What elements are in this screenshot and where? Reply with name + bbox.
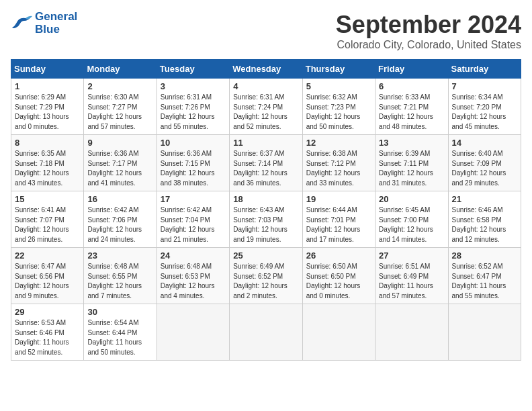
day-info: Sunrise: 6:30 AM Sunset: 7:27 PM Dayligh… (87, 93, 152, 132)
calendar-cell: 24Sunrise: 6:48 AM Sunset: 6:53 PM Dayli… (157, 248, 229, 304)
day-number: 8 (15, 138, 80, 148)
calendar-cell: 14Sunrise: 6:40 AM Sunset: 7:09 PM Dayli… (448, 135, 521, 191)
day-number: 25 (233, 250, 298, 261)
day-info: Sunrise: 6:36 AM Sunset: 7:15 PM Dayligh… (161, 149, 226, 188)
title-section: September 2024 Colorado City, Colorado, … (336, 11, 521, 51)
calendar-cell: 5Sunrise: 6:32 AM Sunset: 7:23 PM Daylig… (302, 79, 375, 135)
day-info: Sunrise: 6:32 AM Sunset: 7:23 PM Dayligh… (306, 93, 371, 132)
day-number: 7 (452, 81, 517, 91)
day-info: Sunrise: 6:47 AM Sunset: 6:56 PM Dayligh… (15, 262, 80, 301)
day-info: Sunrise: 6:29 AM Sunset: 7:29 PM Dayligh… (15, 93, 80, 132)
day-info: Sunrise: 6:49 AM Sunset: 6:52 PM Dayligh… (233, 262, 298, 301)
day-info: Sunrise: 6:48 AM Sunset: 6:55 PM Dayligh… (87, 262, 152, 301)
calendar-cell (448, 304, 521, 361)
calendar-cell: 21Sunrise: 6:46 AM Sunset: 6:58 PM Dayli… (448, 191, 521, 248)
day-info: Sunrise: 6:39 AM Sunset: 7:11 PM Dayligh… (379, 149, 444, 188)
day-info: Sunrise: 6:34 AM Sunset: 7:20 PM Dayligh… (452, 93, 517, 132)
calendar-cell: 19Sunrise: 6:44 AM Sunset: 7:01 PM Dayli… (302, 191, 375, 248)
day-info: Sunrise: 6:50 AM Sunset: 6:50 PM Dayligh… (306, 262, 371, 301)
calendar-cell: 11Sunrise: 6:37 AM Sunset: 7:14 PM Dayli… (230, 135, 302, 191)
calendar-cell: 12Sunrise: 6:38 AM Sunset: 7:12 PM Dayli… (302, 135, 375, 191)
day-info: Sunrise: 6:35 AM Sunset: 7:18 PM Dayligh… (15, 149, 80, 188)
page-header: General Blue September 2024 Colorado Cit… (11, 11, 521, 51)
day-info: Sunrise: 6:36 AM Sunset: 7:17 PM Dayligh… (87, 149, 152, 188)
day-info: Sunrise: 6:44 AM Sunset: 7:01 PM Dayligh… (306, 205, 371, 244)
day-number: 12 (306, 138, 371, 148)
month-title: September 2024 (336, 11, 521, 39)
calendar-cell (230, 304, 302, 361)
calendar-cell: 25Sunrise: 6:49 AM Sunset: 6:52 PM Dayli… (230, 248, 302, 304)
day-number: 22 (15, 250, 80, 261)
day-info: Sunrise: 6:31 AM Sunset: 7:26 PM Dayligh… (161, 93, 226, 132)
calendar-cell: 16Sunrise: 6:42 AM Sunset: 7:06 PM Dayli… (84, 191, 157, 248)
day-number: 15 (15, 194, 80, 204)
calendar-cell: 2Sunrise: 6:30 AM Sunset: 7:27 PM Daylig… (84, 79, 157, 135)
calendar-cell: 8Sunrise: 6:35 AM Sunset: 7:18 PM Daylig… (11, 135, 84, 191)
calendar-week-row: 8Sunrise: 6:35 AM Sunset: 7:18 PM Daylig… (11, 135, 521, 191)
day-number: 6 (379, 81, 444, 91)
calendar-cell: 6Sunrise: 6:33 AM Sunset: 7:21 PM Daylig… (375, 79, 448, 135)
logo-icon (11, 14, 32, 33)
calendar-cell: 10Sunrise: 6:36 AM Sunset: 7:15 PM Dayli… (157, 135, 229, 191)
day-number: 9 (87, 138, 152, 148)
calendar-week-row: 15Sunrise: 6:41 AM Sunset: 7:07 PM Dayli… (11, 191, 521, 248)
logo: General Blue (11, 11, 77, 36)
calendar-cell (157, 304, 229, 361)
location-subtitle: Colorado City, Colorado, United States (336, 39, 521, 51)
calendar-table: SundayMondayTuesdayWednesdayThursdayFrid… (11, 59, 521, 361)
day-info: Sunrise: 6:46 AM Sunset: 6:58 PM Dayligh… (452, 205, 517, 244)
calendar-cell: 26Sunrise: 6:50 AM Sunset: 6:50 PM Dayli… (302, 248, 375, 304)
calendar-week-row: 22Sunrise: 6:47 AM Sunset: 6:56 PM Dayli… (11, 248, 521, 304)
header-friday: Friday (375, 60, 448, 79)
day-number: 23 (87, 250, 152, 261)
header-monday: Monday (84, 60, 157, 79)
header-sunday: Sunday (11, 60, 84, 79)
day-info: Sunrise: 6:51 AM Sunset: 6:49 PM Dayligh… (379, 262, 444, 301)
header-saturday: Saturday (448, 60, 521, 79)
day-info: Sunrise: 6:54 AM Sunset: 6:44 PM Dayligh… (87, 318, 152, 357)
calendar-cell: 20Sunrise: 6:45 AM Sunset: 7:00 PM Dayli… (375, 191, 448, 248)
day-number: 21 (452, 194, 517, 204)
day-number: 1 (15, 81, 80, 91)
day-number: 2 (87, 81, 152, 91)
calendar-cell: 4Sunrise: 6:31 AM Sunset: 7:24 PM Daylig… (230, 79, 302, 135)
day-number: 18 (233, 194, 298, 204)
calendar-cell: 28Sunrise: 6:52 AM Sunset: 6:47 PM Dayli… (448, 248, 521, 304)
calendar-cell: 7Sunrise: 6:34 AM Sunset: 7:20 PM Daylig… (448, 79, 521, 135)
calendar-cell: 9Sunrise: 6:36 AM Sunset: 7:17 PM Daylig… (84, 135, 157, 191)
day-number: 24 (161, 250, 226, 261)
calendar-cell: 1Sunrise: 6:29 AM Sunset: 7:29 PM Daylig… (11, 79, 84, 135)
day-info: Sunrise: 6:45 AM Sunset: 7:00 PM Dayligh… (379, 205, 444, 244)
day-number: 11 (233, 138, 298, 148)
day-number: 10 (161, 138, 226, 148)
day-number: 17 (161, 194, 226, 204)
calendar-cell: 17Sunrise: 6:42 AM Sunset: 7:04 PM Dayli… (157, 191, 229, 248)
day-number: 20 (379, 194, 444, 204)
calendar-cell: 23Sunrise: 6:48 AM Sunset: 6:55 PM Dayli… (84, 248, 157, 304)
calendar-cell: 3Sunrise: 6:31 AM Sunset: 7:26 PM Daylig… (157, 79, 229, 135)
day-number: 30 (87, 307, 152, 317)
calendar-header-row: SundayMondayTuesdayWednesdayThursdayFrid… (11, 60, 521, 79)
day-number: 5 (306, 81, 371, 91)
day-number: 29 (15, 307, 80, 317)
calendar-cell (302, 304, 375, 361)
day-info: Sunrise: 6:40 AM Sunset: 7:09 PM Dayligh… (452, 149, 517, 188)
calendar-cell: 18Sunrise: 6:43 AM Sunset: 7:03 PM Dayli… (230, 191, 302, 248)
day-number: 19 (306, 194, 371, 204)
day-info: Sunrise: 6:53 AM Sunset: 6:46 PM Dayligh… (15, 318, 80, 357)
day-info: Sunrise: 6:41 AM Sunset: 7:07 PM Dayligh… (15, 205, 80, 244)
header-wednesday: Wednesday (230, 60, 302, 79)
calendar-cell (375, 304, 448, 361)
header-tuesday: Tuesday (157, 60, 229, 79)
calendar-cell: 13Sunrise: 6:39 AM Sunset: 7:11 PM Dayli… (375, 135, 448, 191)
day-number: 3 (161, 81, 226, 91)
day-number: 16 (87, 194, 152, 204)
day-number: 28 (452, 250, 517, 261)
day-info: Sunrise: 6:52 AM Sunset: 6:47 PM Dayligh… (452, 262, 517, 301)
day-info: Sunrise: 6:42 AM Sunset: 7:06 PM Dayligh… (87, 205, 152, 244)
day-number: 14 (452, 138, 517, 148)
calendar-cell: 29Sunrise: 6:53 AM Sunset: 6:46 PM Dayli… (11, 304, 84, 361)
day-info: Sunrise: 6:31 AM Sunset: 7:24 PM Dayligh… (233, 93, 298, 132)
day-number: 27 (379, 250, 444, 261)
logo-text: General Blue (35, 11, 77, 36)
